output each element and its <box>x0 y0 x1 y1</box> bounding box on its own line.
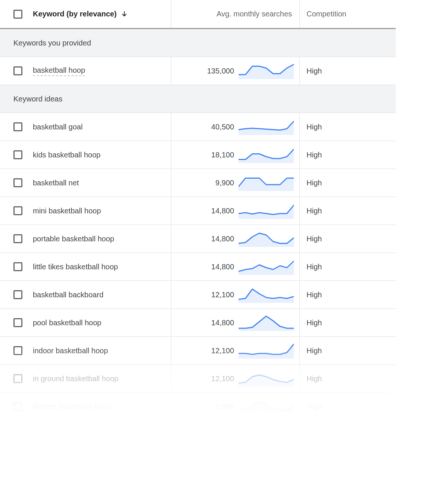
row-checkbox[interactable] <box>13 206 22 215</box>
table-row: mini basketball hoop14,800High <box>0 197 396 225</box>
row-checkbox[interactable] <box>13 402 22 411</box>
table-row: pool basketball hoop14,800High <box>0 309 396 337</box>
table-row: basketball goal40,500High <box>0 113 396 141</box>
competition-value: High <box>307 347 322 355</box>
competition-value: High <box>307 235 322 243</box>
competition-value: High <box>307 402 322 411</box>
table-row: basketball backboard12,100High <box>0 281 396 309</box>
column-header-keyword[interactable]: Keyword (by relevance) <box>33 10 117 18</box>
keyword-text[interactable]: basketball net <box>33 179 79 187</box>
searches-value: 14,800 <box>211 207 234 215</box>
table-row: kids basketball hoop18,100High <box>0 141 396 169</box>
keyword-text[interactable]: basketball hoop <box>33 66 85 76</box>
searches-value: 9,900 <box>215 179 234 187</box>
competition-value: High <box>307 123 322 131</box>
section-ideas-label: Keyword ideas <box>13 95 62 103</box>
searches-value: 40,500 <box>211 123 234 131</box>
row-checkbox[interactable] <box>13 178 22 187</box>
section-ideas: Keyword ideas <box>0 85 396 113</box>
searches-value: 12,100 <box>211 375 234 383</box>
table-row: lifetime basketball hoop9,900High <box>0 393 396 421</box>
row-checkbox[interactable] <box>13 346 22 355</box>
keyword-text[interactable]: basketball backboard <box>33 291 103 299</box>
column-header-searches[interactable]: Avg. monthly searches <box>217 10 292 18</box>
competition-value: High <box>307 291 322 299</box>
competition-value: High <box>307 67 322 75</box>
searches-value: 135,000 <box>207 67 234 75</box>
column-header-competition[interactable]: Competition <box>307 10 346 18</box>
row-checkbox[interactable] <box>13 262 22 271</box>
sparkline-icon <box>239 258 294 275</box>
sparkline-icon <box>239 119 294 135</box>
section-provided-label: Keywords you provided <box>13 39 91 47</box>
competition-value: High <box>307 319 322 327</box>
row-checkbox[interactable] <box>13 122 22 131</box>
keyword-text[interactable]: little tikes basketball hoop <box>33 263 118 271</box>
table-row: basketball hoop135,000High <box>0 57 396 85</box>
competition-value: High <box>307 151 322 159</box>
row-checkbox[interactable] <box>13 150 22 159</box>
sparkline-icon <box>239 63 294 79</box>
table-row: portable basketball hoop14,800High <box>0 225 396 253</box>
competition-value: High <box>307 263 322 271</box>
keyword-text[interactable]: mini basketball hoop <box>33 207 101 215</box>
sparkline-icon <box>239 231 294 247</box>
sparkline-icon <box>239 370 294 387</box>
sort-arrow-down-icon[interactable] <box>121 10 128 18</box>
sparkline-icon <box>239 286 294 303</box>
row-checkbox[interactable] <box>13 374 22 383</box>
row-checkbox[interactable] <box>13 234 22 243</box>
sparkline-icon <box>239 203 294 219</box>
searches-value: 18,100 <box>211 151 234 159</box>
keyword-text[interactable]: indoor basketball hoop <box>33 347 108 355</box>
searches-value: 12,100 <box>211 291 234 299</box>
keyword-text[interactable]: basketball goal <box>33 123 83 131</box>
table-row: indoor basketball hoop12,100High <box>0 337 396 365</box>
sparkline-icon <box>239 147 294 163</box>
row-checkbox[interactable] <box>13 318 22 327</box>
searches-value: 14,800 <box>211 235 234 243</box>
keyword-table: Keyword (by relevance) Avg. monthly sear… <box>0 0 396 421</box>
row-checkbox[interactable] <box>13 66 22 75</box>
table-row: in ground basketball hoop12,100High <box>0 365 396 393</box>
select-all-checkbox[interactable] <box>13 10 22 19</box>
searches-value: 14,800 <box>211 319 234 327</box>
row-checkbox[interactable] <box>13 290 22 299</box>
table-row: basketball net9,900High <box>0 169 396 197</box>
table-header-row: Keyword (by relevance) Avg. monthly sear… <box>0 0 396 29</box>
sparkline-icon <box>239 314 294 331</box>
sparkline-icon <box>239 342 294 359</box>
sparkline-icon <box>239 398 294 415</box>
competition-value: High <box>307 207 322 215</box>
searches-value: 12,100 <box>211 347 234 355</box>
keyword-text[interactable]: lifetime basketball hoop <box>33 402 111 411</box>
section-provided: Keywords you provided <box>0 29 396 57</box>
table-row: little tikes basketball hoop14,800High <box>0 253 396 281</box>
keyword-text[interactable]: pool basketball hoop <box>33 319 101 327</box>
keyword-text[interactable]: in ground basketball hoop <box>33 375 118 383</box>
sparkline-icon <box>239 175 294 191</box>
competition-value: High <box>307 375 322 383</box>
searches-value: 14,800 <box>211 263 234 271</box>
competition-value: High <box>307 179 322 187</box>
searches-value: 9,900 <box>215 402 234 411</box>
keyword-text[interactable]: kids basketball hoop <box>33 151 100 159</box>
keyword-text[interactable]: portable basketball hoop <box>33 235 114 243</box>
